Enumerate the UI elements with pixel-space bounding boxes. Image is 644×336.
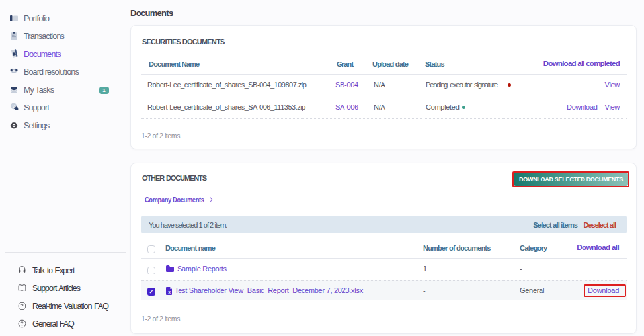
- svg-text:?: ?: [12, 104, 15, 108]
- svg-text:x: x: [168, 290, 171, 294]
